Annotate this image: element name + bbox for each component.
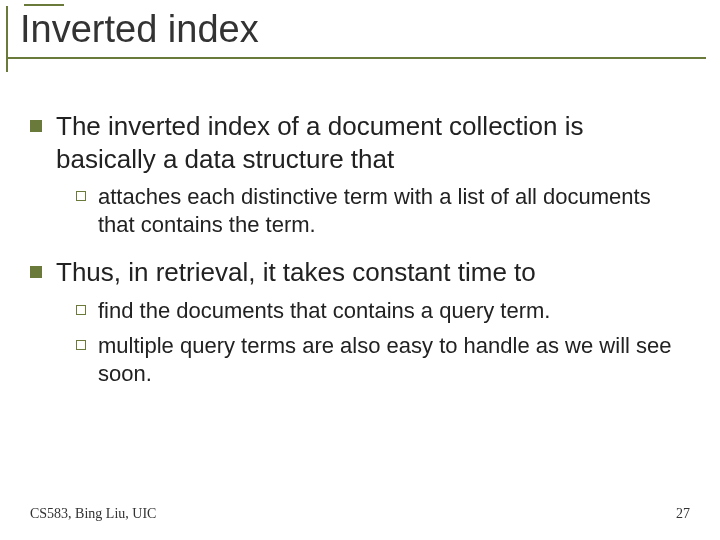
hollow-square-bullet-icon (76, 340, 86, 350)
bullet-text: Thus, in retrieval, it takes constant ti… (56, 256, 536, 289)
slide-number: 27 (676, 506, 690, 522)
spacer (30, 246, 690, 256)
bullet-text: attaches each distinctive term with a li… (98, 183, 690, 238)
bullet-text: find the documents that contains a query… (98, 297, 550, 325)
bullet-text: The inverted index of a document collect… (56, 110, 690, 175)
slide: Inverted index The inverted index of a d… (0, 0, 720, 540)
hollow-square-bullet-icon (76, 305, 86, 315)
bullet-level1: Thus, in retrieval, it takes constant ti… (30, 256, 690, 289)
square-bullet-icon (30, 266, 42, 278)
square-bullet-icon (30, 120, 42, 132)
slide-title: Inverted index (20, 8, 700, 51)
content-area: The inverted index of a document collect… (30, 110, 690, 395)
title-block: Inverted index (6, 4, 700, 59)
bullet-level1: The inverted index of a document collect… (30, 110, 690, 175)
footer-left: CS583, Bing Liu, UIC (30, 506, 156, 522)
bullet-level2: find the documents that contains a query… (76, 297, 690, 325)
title-rule-bottom (6, 57, 706, 59)
bullet-text: multiple query terms are also easy to ha… (98, 332, 690, 387)
title-rule-top (24, 4, 64, 6)
bullet-level2: multiple query terms are also easy to ha… (76, 332, 690, 387)
hollow-square-bullet-icon (76, 191, 86, 201)
bullet-level2: attaches each distinctive term with a li… (76, 183, 690, 238)
